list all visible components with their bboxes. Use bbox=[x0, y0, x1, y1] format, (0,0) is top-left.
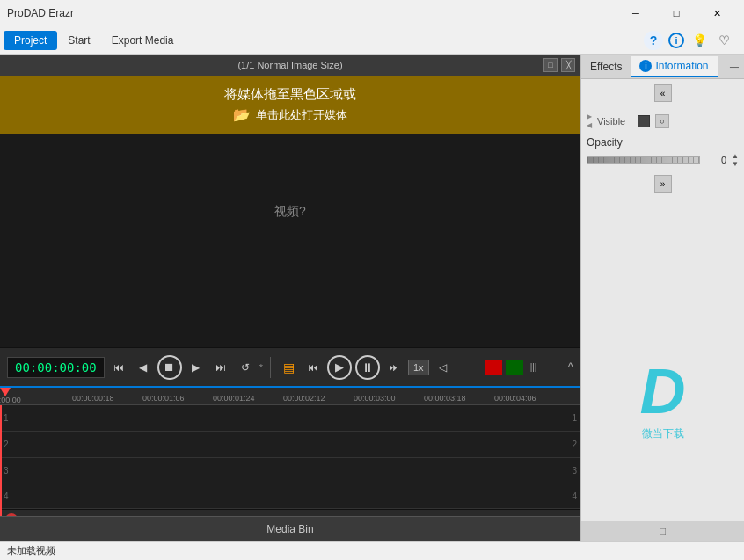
visible-small-btn[interactable]: ○ bbox=[655, 114, 669, 128]
next-marker-btn[interactable]: ⏭ bbox=[383, 357, 405, 378]
drop-text: 将媒体拖至黑色区域或 bbox=[11, 86, 570, 103]
watermark-logo: D bbox=[640, 360, 686, 423]
rec-btn[interactable] bbox=[485, 360, 502, 375]
help-icon[interactable]: ? bbox=[644, 31, 663, 50]
opacity-value: 0 bbox=[705, 155, 726, 165]
record-indicator[interactable] bbox=[5, 513, 18, 517]
track-4-left-label: 4 bbox=[4, 491, 9, 501]
opacity-stepper[interactable]: ▲ ▼ bbox=[732, 152, 739, 168]
bottom-minimize-icon: □ bbox=[660, 525, 666, 537]
right-panel-minimize-btn[interactable]: ─ bbox=[725, 60, 744, 74]
menu-project[interactable]: Project bbox=[4, 31, 57, 50]
heart-icon[interactable]: ♡ bbox=[714, 31, 733, 50]
info-icon[interactable]: i bbox=[668, 33, 684, 48]
timeline-controls: ⊕ × ⊖ bbox=[0, 509, 580, 516]
tab-effects[interactable]: Effects bbox=[581, 57, 631, 76]
rpanel-collapse-up-btn[interactable]: « bbox=[654, 84, 672, 102]
ruler-mark-2: 00:00:01:06 bbox=[142, 394, 185, 403]
toolbar-right-controls: □ ╳ bbox=[543, 58, 575, 72]
drop-folder-row: 📂 单击此处打开媒体 bbox=[11, 106, 570, 123]
timeline-tracks: 1 1 2 2 3 3 4 4 bbox=[0, 405, 580, 509]
timeline-ruler: 00:00:00:00 00:00:00:18 00:00:01:06 00:0… bbox=[0, 388, 580, 405]
timecode-display: 00:00:00:00 bbox=[7, 357, 105, 378]
track-2-right-label: 2 bbox=[572, 440, 577, 449]
chevron-up-btn[interactable]: ^ bbox=[567, 360, 573, 375]
asterisk-label: * bbox=[259, 362, 263, 373]
minimize-button[interactable]: ─ bbox=[616, 0, 656, 26]
information-tab-label: Information bbox=[655, 60, 708, 72]
playhead-line bbox=[0, 405, 2, 516]
open-media-text: 单击此处打开媒体 bbox=[256, 107, 347, 123]
ruler-mark-0: 00:00:00:00 bbox=[0, 396, 21, 404]
timeline-track-2: 2 2 bbox=[0, 432, 580, 458]
loop-btn[interactable]: ↺ bbox=[235, 357, 256, 378]
ruler-mark-4: 00:00:02:12 bbox=[283, 394, 325, 403]
ruler-mark-3: 00:00:01:24 bbox=[213, 394, 255, 403]
opacity-slider[interactable] bbox=[587, 156, 700, 164]
menu-bar: Project Start Export Media ? i 💡 ♡ bbox=[0, 26, 744, 55]
rpanel-collapse-down-btn[interactable]: » bbox=[654, 175, 672, 193]
zoom-out-btn[interactable]: ⊖ bbox=[62, 513, 76, 517]
visible-row: ▶ ◀ Visible ○ bbox=[587, 113, 739, 129]
track-1-left-label: 1 bbox=[4, 413, 9, 423]
bulb-icon[interactable]: 💡 bbox=[689, 31, 709, 50]
timeline-track-4: 4 4 bbox=[0, 484, 580, 509]
expand-video-btn[interactable]: ╳ bbox=[561, 58, 575, 72]
status-bar: 未加载视频 bbox=[0, 541, 744, 560]
effects-tab-label: Effects bbox=[590, 61, 622, 73]
tab-information[interactable]: i Information bbox=[631, 56, 717, 77]
next-frame-btn[interactable]: ▶ bbox=[186, 357, 207, 378]
playhead-triangle bbox=[0, 388, 11, 396]
more-controls: ||| bbox=[530, 362, 537, 372]
transport-bar: 00:00:00:00 ⏮ ◀ ⏹ ▶ ⏭ ↺ * ▤ ⏮ ▶ ⏸ ⏭ 1x ◁… bbox=[0, 347, 580, 386]
collapse-video-btn[interactable]: □ bbox=[543, 58, 558, 72]
track-2-left-label: 2 bbox=[4, 440, 9, 449]
right-panel-content: « ▶ ◀ Visible ○ Opacity 0 bbox=[581, 79, 744, 297]
volume-btn[interactable]: ◁ bbox=[433, 357, 454, 378]
ruler-mark-1: 00:00:00:18 bbox=[72, 394, 114, 403]
folder-icon: 📂 bbox=[233, 106, 251, 123]
status-text: 未加载视频 bbox=[7, 544, 55, 557]
snap-btn[interactable] bbox=[506, 360, 523, 375]
watermark-text: 微当下载 bbox=[642, 426, 684, 441]
go-to-start-btn[interactable]: ⏮ bbox=[108, 357, 129, 378]
track-4-right-label: 4 bbox=[572, 491, 577, 501]
go-to-end-btn[interactable]: ⏭ bbox=[210, 357, 231, 378]
visible-checkbox[interactable] bbox=[638, 115, 650, 127]
media-bin-label: Media Bin bbox=[266, 523, 313, 535]
video-placeholder-label: 视频? bbox=[274, 204, 306, 220]
ruler-mark-6: 00:00:03:18 bbox=[424, 394, 466, 403]
image-size-label: (1/1 Normal Image Size) bbox=[237, 60, 342, 70]
video-panel: (1/1 Normal Image Size) □ ╳ 将媒体拖至黑色区域或 📂… bbox=[0, 55, 580, 541]
prev-frame-btn[interactable]: ◀ bbox=[133, 357, 154, 378]
zoom-in-btn[interactable]: ⊕ bbox=[23, 513, 37, 517]
prev-marker-btn[interactable]: ⏮ bbox=[303, 357, 324, 378]
visible-nav-arrows[interactable]: ▶ ◀ bbox=[587, 113, 592, 129]
slider-ticks bbox=[587, 157, 699, 163]
stop-btn[interactable]: ⏹ bbox=[157, 355, 182, 380]
rpanel-collapse-down-row: » bbox=[587, 175, 739, 193]
rpanel-bottom-minimize[interactable]: □ bbox=[581, 521, 744, 541]
video-canvas[interactable]: 将媒体拖至黑色区域或 📂 单击此处打开媒体 视频? bbox=[0, 76, 580, 347]
track-3-right-label: 3 bbox=[572, 466, 577, 476]
speed-badge[interactable]: 1x bbox=[408, 360, 429, 375]
maximize-button[interactable]: □ bbox=[656, 0, 697, 26]
pause-btn[interactable]: ⏸ bbox=[355, 355, 380, 380]
menu-export-media[interactable]: Export Media bbox=[101, 31, 185, 50]
media-bin-bar[interactable]: Media Bin bbox=[0, 516, 580, 541]
opacity-slider-row: 0 ▲ ▼ bbox=[587, 152, 739, 168]
timeline-track-3: 3 3 bbox=[0, 458, 580, 484]
timeline-area: 00:00:00:00 00:00:00:18 00:00:01:06 00:0… bbox=[0, 386, 580, 516]
ruler-mark-5: 00:00:03:00 bbox=[354, 394, 396, 403]
timeline-track-1: 1 1 bbox=[0, 405, 580, 432]
close-button[interactable]: ✕ bbox=[697, 0, 737, 26]
zoom-reset-btn[interactable]: × bbox=[42, 513, 56, 517]
menu-start[interactable]: Start bbox=[57, 31, 100, 50]
track-1-right-label: 1 bbox=[572, 413, 577, 423]
main-area: (1/1 Normal Image Size) □ ╳ 将媒体拖至黑色区域或 📂… bbox=[0, 55, 744, 541]
clip-start-btn[interactable]: ▤ bbox=[278, 357, 299, 378]
video-drop-area[interactable]: 将媒体拖至黑色区域或 📂 单击此处打开媒体 bbox=[0, 76, 580, 134]
window-controls: ─ □ ✕ bbox=[616, 0, 737, 26]
track-3-left-label: 3 bbox=[4, 466, 9, 476]
play-btn[interactable]: ▶ bbox=[327, 355, 352, 380]
